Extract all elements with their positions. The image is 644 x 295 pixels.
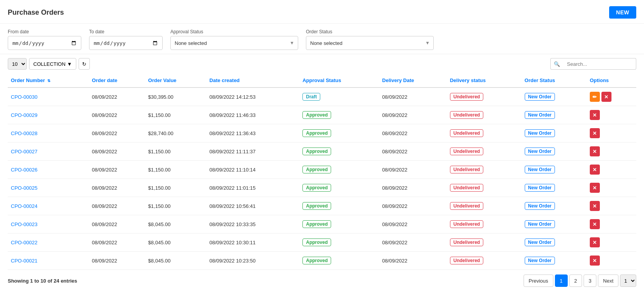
- options-buttons: ✕: [590, 128, 633, 138]
- order-number-cell: CPO-00030: [8, 87, 89, 106]
- delivery-status-cell: Undelivered: [447, 142, 522, 161]
- edit-button[interactable]: ✏: [590, 92, 600, 102]
- order-number-link[interactable]: CPO-00028: [11, 130, 38, 136]
- delivery-status-badge: Undelivered: [450, 257, 484, 264]
- order-number-link[interactable]: CPO-00021: [11, 258, 38, 264]
- delivery-status-badge: Undelivered: [450, 148, 484, 155]
- approval-status-select[interactable]: None selected Draft Approved: [170, 36, 298, 50]
- order-number-link[interactable]: CPO-00030: [11, 94, 38, 100]
- approval-status-badge: Approved: [302, 257, 331, 264]
- page-3-button[interactable]: 3: [584, 274, 596, 287]
- order-number-link[interactable]: CPO-00027: [11, 149, 38, 154]
- next-button[interactable]: Next: [598, 274, 618, 287]
- page-jump-select[interactable]: 1 2 3: [620, 274, 636, 287]
- order-number-link[interactable]: CPO-00025: [11, 185, 38, 191]
- approval-status-badge: Draft: [302, 93, 320, 101]
- options-cell: ✕: [587, 179, 636, 197]
- order-status-select[interactable]: None selected New Order: [306, 36, 434, 50]
- approval-status-cell: Approved: [299, 106, 379, 124]
- delete-button[interactable]: ✕: [601, 92, 611, 102]
- table-row: CPO-00023 08/09/2022 $8,045.00 08/09/202…: [8, 215, 636, 233]
- table-row: CPO-00026 08/09/2022 $1,150.00 08/09/202…: [8, 161, 636, 179]
- delete-button[interactable]: ✕: [590, 219, 600, 229]
- order-number-link[interactable]: CPO-00022: [11, 240, 38, 245]
- delete-button[interactable]: ✕: [590, 128, 600, 138]
- col-delivery-date-label: Delivery Date: [382, 77, 414, 83]
- delivery-status-cell: Undelivered: [447, 215, 522, 233]
- order-value-cell: $1,150.00: [145, 179, 206, 197]
- table-row: CPO-00029 08/09/2022 $1,150.00 08/09/202…: [8, 106, 636, 124]
- options-buttons: ✕: [590, 146, 633, 156]
- order-date-cell: 08/09/2022: [89, 142, 145, 161]
- approval-status-badge: Approved: [302, 129, 331, 137]
- showing-total: 24: [54, 278, 59, 284]
- from-date-input[interactable]: [8, 36, 81, 50]
- search-icon-button[interactable]: 🔍: [550, 58, 563, 70]
- approval-status-badge: Approved: [302, 184, 331, 192]
- order-status-badge: New Order: [525, 148, 555, 155]
- order-status-badge: New Order: [525, 238, 555, 246]
- order-number-link[interactable]: CPO-00026: [11, 167, 38, 173]
- order-value-cell: $1,150.00: [145, 161, 206, 179]
- delete-button[interactable]: ✕: [590, 110, 600, 120]
- delivery-status-cell: Undelivered: [447, 124, 522, 142]
- col-order-date-label: Order date: [92, 77, 117, 83]
- delete-button[interactable]: ✕: [590, 165, 600, 175]
- options-buttons: ✕: [590, 110, 633, 120]
- delete-button[interactable]: ✕: [590, 201, 600, 211]
- options-cell: ✕: [587, 124, 636, 142]
- delivery-status-badge: Undelivered: [450, 202, 484, 210]
- delete-button[interactable]: ✕: [590, 237, 600, 247]
- to-date-label: To date: [89, 29, 163, 34]
- order-number-link[interactable]: CPO-00023: [11, 221, 38, 227]
- order-status-badge: New Order: [525, 202, 555, 210]
- sort-icon: ⇅: [47, 79, 50, 83]
- approval-status-badge: Approved: [302, 166, 331, 173]
- col-date-created: Date created: [206, 74, 299, 87]
- order-value-cell: $28,740.00: [145, 124, 206, 142]
- delivery-status-badge: Undelivered: [450, 129, 484, 137]
- delete-button[interactable]: ✕: [590, 183, 600, 193]
- page-2-button[interactable]: 2: [569, 274, 582, 287]
- col-order-number[interactable]: Order Number ⇅: [8, 74, 89, 87]
- search-wrap: 🔍: [550, 58, 636, 70]
- showing-prefix: Showing: [8, 278, 29, 284]
- per-page-select[interactable]: 10 25 50: [8, 58, 27, 70]
- delivery-date-cell: 08/09/2022: [379, 252, 447, 270]
- refresh-button[interactable]: ↻: [79, 58, 90, 70]
- delivery-status-badge: Undelivered: [450, 111, 484, 119]
- order-status-cell: New Order: [522, 233, 587, 252]
- showing-from: 1: [30, 278, 33, 284]
- table-row: CPO-00025 08/09/2022 $1,150.00 08/09/202…: [8, 179, 636, 197]
- order-status-cell: New Order: [522, 161, 587, 179]
- options-buttons: ✕: [590, 165, 633, 175]
- order-status-cell: New Order: [522, 215, 587, 233]
- page-1-button[interactable]: 1: [555, 274, 568, 287]
- previous-button[interactable]: Previous: [524, 274, 553, 287]
- search-input[interactable]: [563, 58, 636, 70]
- delete-button[interactable]: ✕: [590, 146, 600, 156]
- approval-status-cell: Approved: [299, 161, 379, 179]
- order-number-link[interactable]: CPO-00024: [11, 203, 38, 209]
- approval-status-wrap: None selected Draft Approved ▼: [170, 36, 298, 50]
- showing-to-prefix: to: [34, 278, 41, 284]
- delete-button[interactable]: ✕: [590, 256, 600, 266]
- approval-status-group: Approval Status None selected Draft Appr…: [170, 29, 298, 50]
- order-value-cell: $8,045.00: [145, 215, 206, 233]
- approval-status-cell: Approved: [299, 233, 379, 252]
- delivery-status-badge: Undelivered: [450, 220, 484, 228]
- to-date-input[interactable]: [89, 36, 163, 50]
- col-options-label: Options: [590, 77, 609, 83]
- approval-status-badge: Approved: [302, 111, 331, 119]
- collection-button[interactable]: COLLECTION ▼: [29, 58, 76, 70]
- delivery-status-cell: Undelivered: [447, 252, 522, 270]
- order-number-link[interactable]: CPO-00029: [11, 112, 38, 118]
- table-row: CPO-00022 08/09/2022 $8,045.00 08/09/202…: [8, 233, 636, 252]
- col-options: Options: [587, 74, 636, 87]
- delivery-status-cell: Undelivered: [447, 233, 522, 252]
- date-created-cell: 08/09/2022 10:56:41: [206, 197, 299, 215]
- order-status-badge: New Order: [525, 93, 555, 101]
- new-button[interactable]: NEW: [609, 6, 636, 19]
- date-created-cell: 08/09/2022 11:10:14: [206, 161, 299, 179]
- col-order-value: Order Value: [145, 74, 206, 87]
